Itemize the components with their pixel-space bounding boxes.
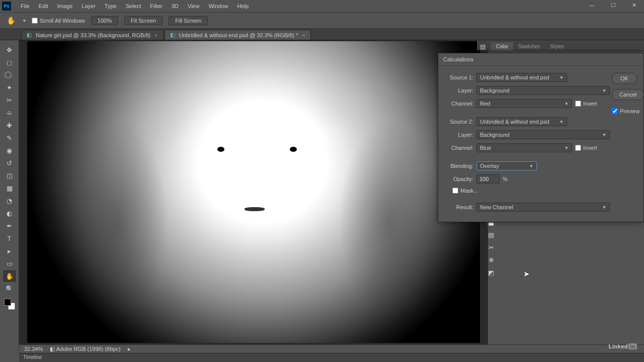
opacity-input[interactable] bbox=[476, 174, 500, 184]
eyedropper-tool[interactable]: ⌯ bbox=[4, 107, 16, 118]
zoom-tool[interactable]: 🔍 bbox=[4, 283, 16, 294]
menu-select[interactable]: Select bbox=[121, 3, 146, 9]
doc-info[interactable]: ◧ Adobe RGB (1998) (8bpc) bbox=[50, 346, 120, 352]
brush-tool[interactable]: ✎ bbox=[4, 132, 16, 143]
minimize-button[interactable]: — bbox=[585, 2, 599, 9]
chevron-down-icon: ▼ bbox=[602, 88, 606, 93]
invert1-checkbox[interactable]: Invert bbox=[575, 101, 597, 107]
channel2-label: Channel: bbox=[444, 145, 473, 151]
mask-checkbox[interactable]: Mask... bbox=[452, 188, 478, 194]
history-brush-tool[interactable]: ↺ bbox=[4, 157, 16, 168]
type-tool[interactable]: T bbox=[4, 233, 16, 244]
document-tab-bar: ◧ Nature girl.psd @ 33.3% (Background, R… bbox=[0, 29, 644, 40]
zoom-level[interactable]: 32.34% bbox=[24, 346, 43, 352]
close-tab-icon[interactable]: × bbox=[302, 32, 305, 38]
menu-image[interactable]: Image bbox=[53, 3, 77, 9]
menu-help[interactable]: Help bbox=[233, 3, 254, 9]
blur-tool[interactable]: ◔ bbox=[4, 195, 16, 206]
chevron-right-icon[interactable]: ▸ bbox=[128, 346, 131, 352]
swatches-tab[interactable]: Swatches bbox=[513, 42, 545, 51]
document-tab[interactable]: ◧ Unbridled & without end.psd @ 32.3% (R… bbox=[165, 30, 311, 40]
layer1-select[interactable]: Background▼ bbox=[476, 86, 610, 95]
menu-type[interactable]: Type bbox=[100, 3, 121, 9]
menu-layer[interactable]: Layer bbox=[77, 3, 100, 9]
layer2-value: Background bbox=[480, 132, 510, 138]
channel2-select[interactable]: Blue▼ bbox=[476, 143, 572, 152]
heal-tool[interactable]: ✚ bbox=[4, 120, 16, 131]
zoom-100-button[interactable]: 100% bbox=[91, 16, 118, 25]
cancel-button[interactable]: Cancel bbox=[612, 89, 644, 100]
invert2-label: Invert bbox=[583, 145, 597, 151]
snowflake-icon[interactable]: ❄ bbox=[489, 256, 494, 264]
source1-label: Source 1: bbox=[444, 74, 473, 80]
canvas-area[interactable] bbox=[19, 40, 488, 353]
linkedin-watermark: Linkedin bbox=[609, 341, 637, 350]
source2-select[interactable]: Unbridled & without end.psd▼ bbox=[476, 117, 567, 126]
pen-tool[interactable]: ✒ bbox=[4, 220, 16, 231]
close-button[interactable]: ✕ bbox=[627, 2, 641, 9]
menu-3d[interactable]: 3D bbox=[167, 3, 183, 9]
rectangle-tool[interactable]: ▭ bbox=[4, 258, 16, 269]
magic-wand-tool[interactable]: ✦ bbox=[4, 82, 16, 93]
invert2-checkbox[interactable]: Invert bbox=[575, 145, 597, 151]
chevron-down-icon[interactable]: ▾ bbox=[23, 18, 26, 23]
clone-tool[interactable]: ◉ bbox=[4, 145, 16, 156]
menu-window[interactable]: Window bbox=[204, 3, 232, 9]
document-canvas[interactable] bbox=[27, 41, 480, 343]
dodge-tool[interactable]: ◐ bbox=[4, 208, 16, 219]
channel1-select[interactable]: Red▼ bbox=[476, 99, 572, 108]
close-tab-icon[interactable]: × bbox=[154, 32, 157, 38]
menu-filter[interactable]: Filter bbox=[145, 3, 167, 9]
blending-select[interactable]: Overlay▼ bbox=[476, 161, 537, 170]
layer2-select[interactable]: Background▼ bbox=[476, 130, 610, 139]
doc-info-text: Adobe RGB (1998) (8bpc) bbox=[56, 346, 121, 352]
psd-icon: ◧ bbox=[27, 32, 32, 38]
foreground-color-swatch[interactable] bbox=[4, 299, 11, 306]
collapsed-panel-icons: ▤ bbox=[477, 40, 488, 50]
source1-value: Unbridled & without end.psd bbox=[480, 74, 549, 80]
preview-checkbox[interactable]: Preview bbox=[612, 108, 639, 114]
tab-label: Nature girl.psd @ 33.3% (Background, RGB… bbox=[36, 32, 150, 38]
notes-icon[interactable]: ▤ bbox=[488, 231, 494, 239]
path-select-tool[interactable]: ▸ bbox=[4, 245, 16, 256]
transform-icon[interactable]: ◩ bbox=[488, 269, 494, 277]
chevron-down-icon: ▼ bbox=[559, 75, 564, 80]
menu-edit[interactable]: Edit bbox=[34, 3, 53, 9]
menu-file[interactable]: File bbox=[16, 3, 34, 9]
blending-label: Blending: bbox=[444, 163, 473, 169]
result-select[interactable]: New Channel▼ bbox=[476, 203, 610, 212]
timeline-panel[interactable]: Timeline bbox=[19, 353, 644, 362]
color-tab[interactable]: Color bbox=[491, 42, 513, 51]
chevron-down-icon: ▼ bbox=[559, 120, 564, 124]
fill-screen-button[interactable]: Fill Screen bbox=[169, 16, 208, 25]
side-icon-strip: 💾 ▤ ✂ ❄ ◩ bbox=[484, 219, 498, 277]
panel-icon[interactable]: ▤ bbox=[480, 43, 486, 50]
menu-view[interactable]: View bbox=[183, 3, 204, 9]
styles-tab[interactable]: Styles bbox=[545, 42, 569, 51]
eraser-tool[interactable]: ◫ bbox=[4, 170, 16, 181]
marquee-tool[interactable]: ◻ bbox=[4, 57, 16, 68]
current-tool-icon[interactable]: ✋ bbox=[5, 16, 17, 26]
blending-value: Overlay bbox=[480, 163, 499, 169]
ok-button[interactable]: OK bbox=[612, 73, 637, 84]
tools-icon[interactable]: ✂ bbox=[489, 244, 494, 251]
move-tool[interactable]: ✥ bbox=[4, 44, 16, 55]
chevron-down-icon: ▼ bbox=[602, 133, 606, 137]
layer1-value: Background bbox=[480, 87, 510, 94]
result-label: Result: bbox=[444, 204, 473, 210]
hand-tool[interactable]: ✋ bbox=[4, 270, 16, 282]
tools-panel: ✥ ◻ ⃝ ✦ ✂ ⌯ ✚ ✎ ◉ ↺ ◫ ▦ ◔ ◐ ✒ T ▸ ▭ ✋ 🔍 bbox=[0, 40, 19, 353]
document-tab[interactable]: ◧ Nature girl.psd @ 33.3% (Background, R… bbox=[21, 30, 164, 40]
lasso-tool[interactable]: ⃝ bbox=[4, 69, 16, 80]
image-detail bbox=[245, 207, 265, 211]
channel1-value: Red bbox=[480, 101, 490, 107]
menu-bar: Ps File Edit Image Layer Type Select Fil… bbox=[0, 0, 644, 13]
gradient-tool[interactable]: ▦ bbox=[4, 183, 16, 194]
maximize-button[interactable]: ☐ bbox=[606, 2, 620, 9]
scroll-all-windows-checkbox[interactable]: Scroll All Windows bbox=[32, 18, 85, 24]
fit-screen-button[interactable]: Fit Screen bbox=[124, 16, 163, 25]
color-swatches[interactable] bbox=[4, 299, 15, 310]
chevron-down-icon: ▼ bbox=[529, 164, 533, 168]
source1-select[interactable]: Unbridled & without end.psd▼ bbox=[476, 73, 567, 82]
crop-tool[interactable]: ✂ bbox=[4, 95, 16, 106]
